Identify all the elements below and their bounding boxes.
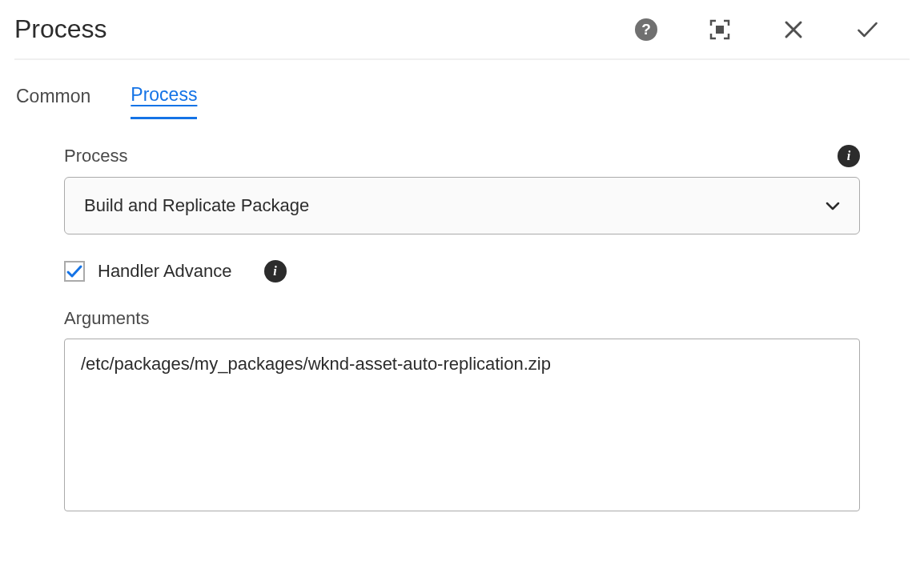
dialog-header: Process ? <box>14 14 910 44</box>
svg-rect-0 <box>716 26 724 34</box>
header-divider <box>14 58 910 60</box>
info-icon[interactable]: i <box>838 145 860 167</box>
fullscreen-icon <box>708 18 732 42</box>
help-icon: ? <box>635 18 657 41</box>
tab-common[interactable]: Common <box>16 84 90 119</box>
process-select-wrapper: Build and Replicate Package <box>64 177 860 234</box>
process-select[interactable]: Build and Replicate Package <box>64 177 860 234</box>
help-button[interactable]: ? <box>634 18 658 42</box>
close-button[interactable] <box>781 18 805 42</box>
form-content: Process i Build and Replicate Package Ha… <box>14 145 910 515</box>
handler-advance-row: Handler Advance i <box>64 260 860 282</box>
toolbar: ? <box>634 18 910 42</box>
arguments-textarea[interactable] <box>64 339 860 511</box>
check-icon <box>66 262 83 280</box>
chevron-down-icon <box>826 201 840 210</box>
handler-advance-checkbox[interactable] <box>64 261 85 282</box>
field-handler-advance: Handler Advance i <box>64 260 860 282</box>
process-label: Process <box>64 146 127 166</box>
arguments-label-row: Arguments <box>64 308 860 329</box>
handler-advance-label: Handler Advance <box>98 261 232 282</box>
tab-process[interactable]: Process <box>131 84 197 119</box>
info-icon[interactable]: i <box>264 260 287 282</box>
arguments-label: Arguments <box>64 308 149 329</box>
field-process: Process i Build and Replicate Package <box>64 145 860 234</box>
confirm-button[interactable] <box>855 18 879 42</box>
close-icon <box>783 19 804 40</box>
fullscreen-button[interactable] <box>708 18 732 42</box>
process-select-value: Build and Replicate Package <box>84 195 309 216</box>
checkmark-icon <box>855 16 879 43</box>
field-process-label-row: Process i <box>64 145 860 167</box>
dialog-title: Process <box>14 14 107 44</box>
field-arguments: Arguments <box>64 308 860 515</box>
tab-list: Common Process <box>14 84 910 119</box>
